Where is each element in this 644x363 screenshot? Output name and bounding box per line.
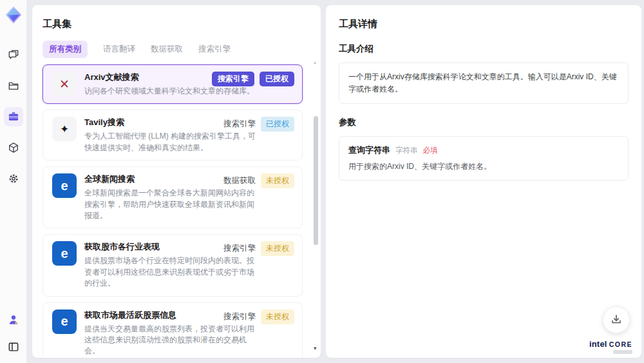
tool-category-badge: 数据获取 (223, 175, 256, 186)
param-type: 字符串 (395, 146, 418, 155)
user-avatar-icon[interactable] (4, 310, 23, 329)
tool-card[interactable]: ✦ Tavily搜索 专为人工智能代理 (LLM) 构建的搜索引擎工具，可快速提… (43, 110, 303, 161)
toolset-title: 工具集 (43, 18, 310, 30)
param-card: 查询字符串 字符串 必填 用于搜索的Arxiv ID、关键字或作者姓名。 (339, 136, 629, 181)
stock-icon: e (52, 309, 77, 334)
params-heading: 参数 (339, 117, 629, 128)
category-tab[interactable]: 语言翻译 (103, 41, 135, 58)
tool-card[interactable]: e 获取股市各行业表现 提供股票市场各个行业在特定时间段内的表现。投资者可以利用… (43, 234, 303, 296)
category-tab[interactable]: 数据获取 (151, 41, 183, 58)
collapse-panel-icon[interactable] (4, 337, 23, 357)
news-icon: e (52, 173, 77, 198)
category-tabs: 所有类别 语言翻译 数据获取 搜索引擎 (43, 41, 310, 58)
download-button[interactable] (603, 306, 630, 333)
tool-category-badge: 搜索引擎 (223, 311, 256, 322)
category-tab[interactable]: 搜索引擎 (198, 41, 231, 58)
scrollbar: ▴ ▾ (313, 59, 319, 351)
app-window: 工具集 所有类别 语言翻译 数据获取 搜索引擎 ✕ Arxiv文献搜索 访问各个… (0, 0, 644, 363)
tavily-icon: ✦ (52, 117, 77, 141)
sidebar-nav (4, 45, 23, 188)
scroll-up-arrow[interactable]: ▴ (314, 59, 316, 65)
sidebar-bottom (4, 310, 23, 357)
tool-intro-heading: 工具介绍 (339, 43, 629, 55)
arxiv-icon: ✕ (52, 72, 77, 96)
param-description: 用于搜索的Arxiv ID、关键字或作者姓名。 (348, 161, 619, 172)
tool-category-badge: 搜索引擎 (212, 72, 254, 86)
scroll-down-arrow[interactable]: ▾ (314, 345, 317, 351)
main-content: 工具集 所有类别 语言翻译 数据获取 搜索引擎 ✕ Arxiv文献搜索 访问各个… (32, 5, 641, 358)
tool-card[interactable]: ✕ Arxiv文献搜索 访问各个研究领域大量科学论文和文章的存储库。 搜索引擎 … (43, 64, 303, 104)
param-required-badge: 必填 (423, 146, 438, 155)
intel-core-logo: intelCORE (589, 340, 632, 354)
settings-gear-icon[interactable] (4, 169, 23, 188)
chat-icon[interactable] (4, 45, 23, 64)
tool-category-badge: 搜索引擎 (223, 243, 256, 254)
scrollbar-thumb[interactable] (314, 116, 318, 245)
tool-card[interactable]: e 获取市场最活跃股票信息 提供当天交易量最高的股票列表，投资者可以利用这些信息… (43, 302, 303, 358)
tool-details-title: 工具详情 (339, 18, 629, 30)
params-list: 查询字符串 字符串 必填 用于搜索的Arxiv ID、关键字或作者姓名。 (339, 136, 629, 181)
app-logo-icon (4, 5, 23, 25)
category-tab[interactable]: 所有类别 (43, 41, 88, 58)
tool-status-badge: 未授权 (261, 241, 294, 256)
tool-description: 全球新闻搜索是一个聚合全球各大新闻网站内容的搜索引擎，帮助用户快速获取全球最新资… (84, 188, 258, 221)
cube-icon[interactable] (4, 138, 23, 157)
tool-intro-card: 一个用于从Arxiv存储库搜索科学论文和文章的工具。输入可以是Arxiv ID、… (339, 63, 629, 104)
tool-intro-text: 一个用于从Arxiv存储库搜索科学论文和文章的工具。输入可以是Arxiv ID、… (348, 71, 619, 95)
tool-details-panel: 工具详情 工具介绍 一个用于从Arxiv存储库搜索科学论文和文章的工具。输入可以… (326, 5, 641, 358)
tool-card[interactable]: e 全球新闻搜索 全球新闻搜索是一个聚合全球各大新闻网站内容的搜索引擎，帮助用户… (43, 166, 303, 228)
folder-icon[interactable] (4, 76, 23, 95)
tool-description: 专为人工智能代理 (LLM) 构建的搜索引擎工具，可快速提供实时、准确和真实的结… (84, 131, 258, 153)
toolbox-icon[interactable] (4, 107, 23, 126)
tool-list: ✕ Arxiv文献搜索 访问各个研究领域大量科学论文和文章的存储库。 搜索引擎 … (43, 64, 310, 358)
toolset-panel: 工具集 所有类别 语言翻译 数据获取 搜索引擎 ✕ Arxiv文献搜索 访问各个… (32, 5, 321, 358)
param-name: 查询字符串 (348, 144, 390, 156)
tool-status-badge: 已授权 (260, 72, 294, 86)
tool-status-badge: 未授权 (261, 173, 294, 188)
tool-status-badge: 未授权 (261, 309, 294, 324)
tool-description: 提供股票市场各个行业在特定时间段内的表现。投资者可以利用这些信息来识别表现优于或… (84, 255, 258, 289)
tool-description: 访问各个研究领域大量科学论文和文章的存储库。 (84, 86, 258, 97)
sidebar (0, 0, 27, 363)
tool-status-badge: 已授权 (261, 117, 294, 132)
stock-icon: e (52, 241, 77, 266)
intel-logo-sub-badge (613, 350, 632, 354)
tool-category-badge: 搜索引擎 (223, 119, 256, 130)
tool-description: 提供当天交易量最高的股票列表，投资者可以利用这些信息来识别流动性强的股票和潜在的… (84, 324, 258, 357)
